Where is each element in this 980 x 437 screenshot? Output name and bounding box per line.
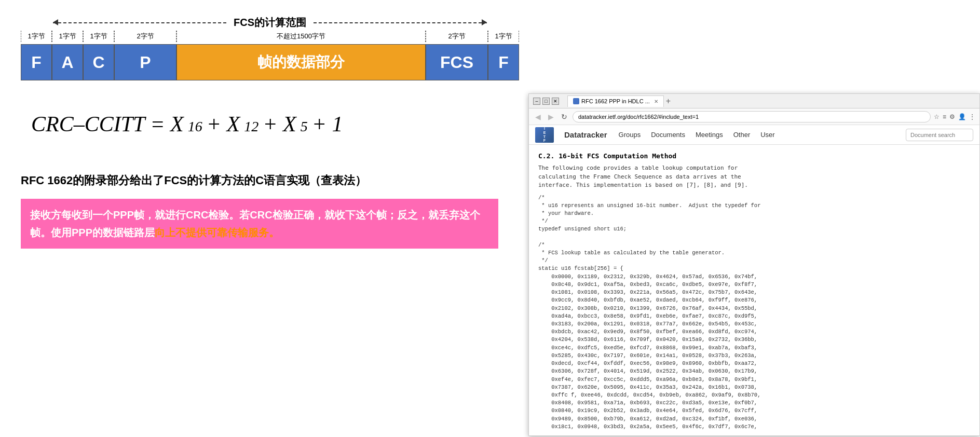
doc-section-title: C.2. 16-bit FCS Computation Method	[538, 152, 970, 160]
new-tab-button[interactable]: +	[664, 97, 673, 106]
frame-box-a: A	[52, 44, 83, 80]
frame-boxes: F A C P 帧的数据部分 FCS F	[21, 44, 519, 80]
browser-titlebar: – □ ✕ RFC 1662 PPP in HDLC ... ✕ +	[529, 94, 979, 108]
formula: CRC–CCITT = X16 + X12 + X5 + 1	[31, 112, 509, 136]
fcs-range-label: FCS的计算范围	[226, 16, 314, 30]
frame-box-c: C	[83, 44, 114, 80]
browser-window: – □ ✕ RFC 1662 PPP in HDLC ... ✕ + ◀ ▶ ↻…	[528, 93, 980, 436]
address-bar[interactable]	[573, 111, 931, 122]
byte-label-3: 1字节	[83, 31, 114, 42]
nav-item-user[interactable]: User	[755, 125, 780, 145]
highlight-orange-text: 向上不提供可靠传输服务。	[155, 227, 279, 238]
ietf-logo-image: IETF	[535, 127, 554, 143]
bookmark-button[interactable]: ☆	[934, 113, 940, 120]
menu-button[interactable]: ⋮	[969, 113, 975, 120]
frame-box-f1: F	[21, 44, 52, 80]
tab-close-icon[interactable]: ✕	[654, 99, 658, 104]
minimize-button[interactable]: –	[533, 98, 540, 105]
rfc-description: RFC 1662的附录部分给出了FCS的计算方法的C语言实现（查表法）	[21, 173, 509, 188]
frame-diagram: FCS的计算范围 1字节 1字节 1字节 2字节 不超过1500字节 2字节 1…	[21, 16, 519, 80]
ietf-logo: IETF	[535, 127, 554, 143]
byte-labels-row: 1字节 1字节 1字节 2字节 不超过1500字节 2字节 1字节	[21, 31, 519, 42]
doc-description: The following code provides a table look…	[538, 164, 970, 190]
settings-button[interactable]: ≡	[943, 113, 946, 120]
doc-code-block: /* * u16 represents an unsigned 16-bit n…	[538, 194, 970, 431]
tab-title: RFC 1662 PPP in HDLC ...	[581, 98, 650, 104]
extensions-button[interactable]: ⚙	[949, 113, 955, 120]
window-controls: – □ ✕	[533, 98, 559, 105]
frame-box-p: P	[114, 44, 176, 80]
frame-box-fcs: FCS	[426, 44, 488, 80]
tab-favicon	[573, 98, 579, 104]
byte-label-7: 1字节	[488, 31, 519, 42]
nav-item-other[interactable]: Other	[728, 125, 756, 145]
byte-label-6: 2字节	[426, 31, 488, 42]
byte-label-4: 2字节	[114, 31, 176, 42]
forward-button[interactable]: ▶	[546, 112, 556, 122]
doc-content: C.2. 16-bit FCS Computation Method The f…	[529, 145, 979, 436]
tab-area: RFC 1662 PPP in HDLC ... ✕ +	[567, 94, 975, 108]
frame-box-data: 帧的数据部分	[176, 44, 426, 80]
byte-label-2: 1字节	[52, 31, 83, 42]
reload-button[interactable]: ↻	[559, 112, 569, 122]
highlight-box: 接收方每收到一个PPP帧，就进行CRC检验。若CRC检验正确，就收下这个帧；反之…	[21, 199, 498, 249]
formula-area: CRC–CCITT = X16 + X12 + X5 + 1	[31, 112, 509, 136]
browser-addressbar: ◀ ▶ ↻ ☆ ≡ ⚙ 👤 ⋮	[529, 108, 979, 125]
byte-label-1: 1字节	[21, 31, 52, 42]
nav-item-meetings[interactable]: Meetings	[690, 125, 728, 145]
nav-item-groups[interactable]: Groups	[614, 125, 646, 145]
nav-item-documents[interactable]: Documents	[646, 125, 690, 145]
ietf-search-input[interactable]	[906, 129, 973, 141]
profile-button[interactable]: 👤	[958, 113, 966, 120]
browser-icons: ☆ ≡ ⚙ 👤 ⋮	[934, 113, 975, 120]
frame-box-f2: F	[488, 44, 519, 80]
maximize-button[interactable]: □	[542, 98, 550, 105]
byte-label-5: 不超过1500字节	[176, 31, 426, 42]
ietf-navbar: IETF Datatracker Groups Documents Meetin…	[529, 125, 979, 145]
close-button[interactable]: ✕	[552, 98, 559, 105]
main-content: FCS的计算范围 1字节 1字节 1字节 2字节 不超过1500字节 2字节 1…	[0, 0, 529, 437]
nav-brand-datatracker[interactable]: Datatracker	[558, 130, 614, 139]
browser-tab-rfc[interactable]: RFC 1662 PPP in HDLC ... ✕	[567, 95, 664, 107]
back-button[interactable]: ◀	[533, 112, 543, 122]
